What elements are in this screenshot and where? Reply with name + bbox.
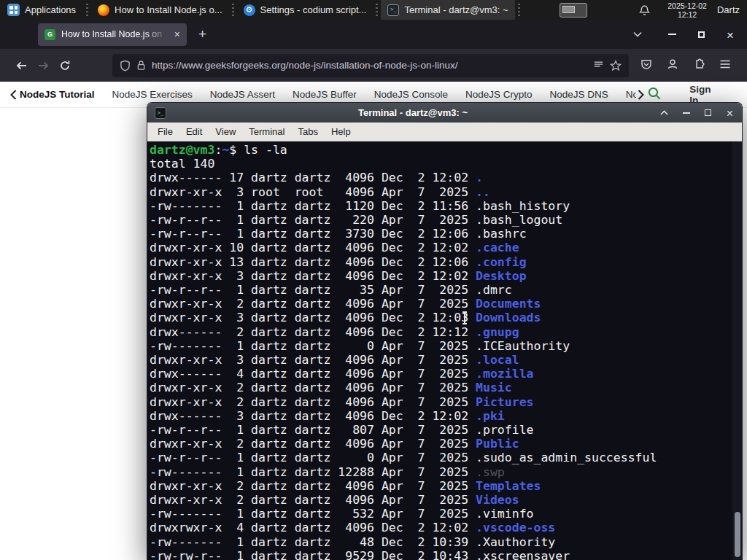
gfg-nav-item[interactable]: NodeJS Tutorial [20,89,95,100]
task-separator [232,4,234,17]
ls-line: drwxr-xr-x 2 dartz dartz 4096 Apr 7 2025… [150,381,730,394]
browser-window-controls: × [667,29,735,39]
terminal-menu-tabs[interactable]: Tabs [291,124,324,139]
typed-command: ls -la [244,143,287,157]
ls-entry-name: Downloads [476,311,541,324]
clock[interactable]: 2025-12-02 12:12 [662,1,713,19]
terminal-listing: drwx------ 17 dartz dartz 4096 Dec 2 12:… [150,171,730,560]
ls-line: drwxrwxr-x 4 dartz dartz 4096 Dec 2 12:0… [150,521,730,534]
window-maximize-button[interactable] [696,29,706,39]
account-icon[interactable] [667,58,678,73]
workspace-switcher[interactable] [560,3,587,18]
clock-time: 12:12 [667,10,707,19]
settings-icon [244,4,255,16]
ls-entry-name: Public [476,437,519,451]
ls-line: drwxr-xr-x 3 root root 4096 Apr 7 2025 .… [150,185,730,199]
terminal-titlebar[interactable]: Terminal - dartz@vm3: ~ × [147,103,742,122]
task-title: Settings - codium script... [260,4,367,15]
gfg-nav-item[interactable]: NodeJS Crypto [465,89,533,100]
terminal-menu-edit[interactable]: Edit [179,124,209,139]
list-all-tabs-icon[interactable] [633,31,642,37]
prompt-path: ~ [222,143,229,157]
nav-scroll-left-icon[interactable] [10,90,17,100]
menu-hamburger-icon[interactable] [719,59,731,72]
ls-line: -rw------- 1 dartz dartz 48 Dec 2 10:39 … [150,535,730,549]
gfg-nav-item[interactable]: NodeJS Exercises [112,89,193,100]
browser-tab[interactable]: How to Install Node.js on × [38,23,187,46]
terminal-menu-file[interactable]: File [151,124,179,139]
ls-line: drwx------ 3 dartz dartz 4096 Dec 2 12:0… [150,409,730,423]
ls-entry-name: Videos [476,493,519,507]
back-button-icon[interactable] [10,55,32,77]
task-title: How to Install Node.js o... [115,4,222,15]
ls-line: -rw-r--r-- 1 dartz dartz 35 Apr 7 2025 .… [150,283,730,297]
top-panel: Applications How to Install Node.js o...… [0,0,747,20]
applications-menu[interactable]: Applications [0,0,83,20]
ls-line: drwxr-xr-x 3 dartz dartz 4096 Dec 2 12:0… [150,311,730,324]
terminal-scrollbar[interactable] [732,141,742,560]
terminal-scrollbar-thumb[interactable] [735,512,740,557]
terminal-icon [387,4,399,16]
ls-entry-name: .vscode-oss [476,521,555,534]
applications-icon [7,4,20,16]
prompt-user-host: dartz@vm3 [150,143,214,157]
terminal-shade-button[interactable] [659,108,669,117]
ls-entry-name: .pki [476,409,505,423]
ls-entry-name: Music [476,381,512,394]
user-menu[interactable]: Dartz [713,4,747,15]
terminal-menu-view[interactable]: View [209,124,242,139]
ls-line: -rw-rw-r-- 1 dartz dartz 9529 Dec 2 10:4… [150,549,730,560]
ls-line: drwxr-xr-x 2 dartz dartz 4096 Apr 7 2025… [150,437,730,451]
notification-bell-icon[interactable] [635,0,653,20]
terminal-screen[interactable]: dartz@vm3:~$ ls -la total 140 drwx------… [147,141,742,560]
ls-line: drwx------ 17 dartz dartz 4096 Dec 2 12:… [150,171,730,184]
bookmark-star-icon[interactable] [610,60,622,71]
browser-toolbar: https://www.geeksforgeeks.org/node-js/in… [0,49,747,82]
gfg-nav-item[interactable]: NodeJS Console [374,89,448,100]
ls-entry-name: .sudo_as_admin_successful [476,451,657,464]
nav-scroll-right-icon[interactable] [638,90,644,100]
forward-button-icon[interactable] [32,55,54,77]
taskbar-button[interactable]: Settings - codium script... [237,0,374,20]
gfg-favicon-icon [44,29,55,40]
toolbar-right-icons [640,58,731,73]
terminal-menu-help[interactable]: Help [325,124,357,139]
search-icon[interactable] [647,86,662,103]
terminal-maximize-button[interactable] [703,108,713,117]
gfg-nav-item[interactable]: NodeJS Assert [210,89,275,100]
window-minimize-button[interactable] [667,29,677,39]
gfg-nav-item[interactable]: NodeJS DNS [550,89,608,100]
gfg-nav-item[interactable]: NodeJS Buffer [293,89,357,100]
terminal-close-button[interactable]: × [725,108,735,117]
padlock-icon[interactable] [136,60,146,71]
taskbar-button[interactable]: How to Install Node.js o... [91,0,228,20]
taskbar: How to Install Node.js o...Settings - co… [91,0,523,20]
prompt-line: dartz@vm3:~$ ls -la [150,143,730,157]
new-tab-button[interactable]: + [198,26,206,42]
extensions-icon[interactable] [693,58,705,73]
terminal-app-icon [155,107,166,119]
reader-mode-icon[interactable] [593,61,604,71]
terminal-menu-terminal[interactable]: Terminal [242,124,291,139]
mouse-cursor-ibeam [464,312,465,324]
ls-entry-name: .bash_history [476,199,570,213]
desktop: How to Install Node.js on × + × [0,0,747,560]
ls-line: -rw------- 1 dartz dartz 0 Apr 7 2025 .I… [150,339,730,353]
reload-button-icon[interactable] [54,55,76,77]
ls-line: -rw-r--r-- 1 dartz dartz 220 Apr 7 2025 … [150,213,730,227]
ls-line: drwx------ 4 dartz dartz 4096 Apr 7 2025… [150,367,730,381]
ls-entry-name: .dmrc [476,283,512,297]
tracking-shield-icon[interactable] [120,60,131,71]
window-close-button[interactable]: × [725,29,735,39]
gfg-nav-item[interactable]: Node [626,89,636,100]
ls-entry-name: .profile [476,423,533,437]
taskbar-button[interactable]: Terminal - dartz@vm3: ~ [381,0,514,20]
pocket-icon[interactable] [640,58,652,73]
panel-separator [86,4,88,17]
terminal-minimize-button[interactable] [681,108,691,117]
url-bar[interactable]: https://www.geeksforgeeks.org/node-js/in… [112,54,629,77]
tab-close-icon[interactable]: × [174,29,180,39]
terminal-window-controls: × [659,108,735,117]
ls-entry-name: .swp [476,465,505,479]
ls-line: -rw------- 1 dartz dartz 532 Apr 7 2025 … [150,507,730,521]
